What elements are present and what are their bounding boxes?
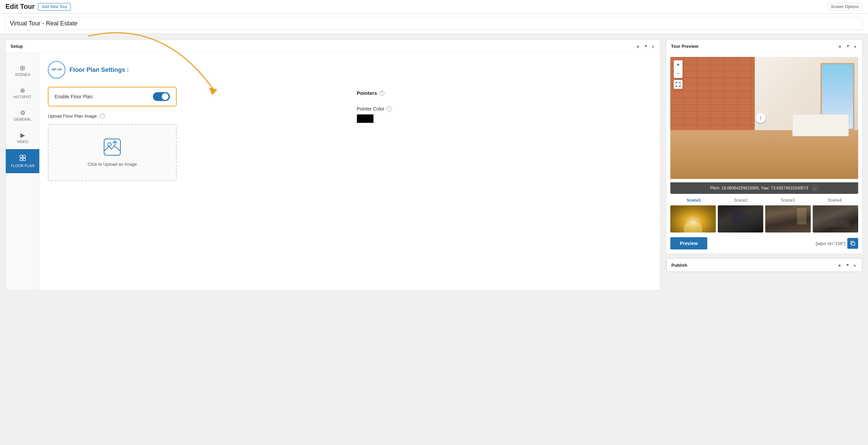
preview-collapse-up[interactable]: ▲ [836, 43, 843, 49]
setup-collapse-down[interactable]: ▼ [643, 43, 649, 49]
scene-thumb-1[interactable] [670, 205, 716, 232]
wpvr-logo-text: WP VR [52, 68, 61, 72]
sofa [792, 114, 849, 136]
shortcode-area: [wpvr id="156"] [816, 238, 858, 249]
add-new-button[interactable]: Add New Tour [38, 3, 71, 11]
general-icon: ⚙ [20, 110, 25, 116]
preview-collapse-toggle[interactable]: ▴ [853, 43, 857, 49]
publish-collapse-toggle[interactable]: ▴ [852, 262, 857, 268]
setup-panel: Setup ▲ ▼ ▴ ⊞ SCENES ⊕ HOTSPOT [5, 39, 660, 290]
svg-rect-0 [20, 155, 22, 158]
setup-panel-header: Setup ▲ ▼ ▴ [6, 40, 660, 53]
preview-panel-controls: ▲ ▼ ▴ [836, 43, 857, 49]
sidebar-item-video[interactable]: ▶ VIDEO [6, 127, 39, 149]
page-title: Edit Tour [5, 3, 35, 11]
fullscreen-button[interactable] [674, 80, 683, 89]
shortcode-text: [wpvr id="156"] [816, 241, 845, 246]
setup-body: ⊞ SCENES ⊕ HOTSPOT ⚙ GENERAL ▶ VIDEO [6, 53, 660, 290]
publish-collapse-up[interactable]: ▲ [836, 262, 843, 268]
nav-up-button[interactable]: ↑ [755, 113, 766, 123]
screen-options-button[interactable]: Screen Options [827, 3, 863, 11]
pointers-info-icon[interactable]: ? [379, 90, 384, 96]
scenes-header: Scene1 Scene2 Scene3 Scene4 [670, 198, 858, 203]
scene-thumbnails [670, 205, 858, 232]
pointer-color-label-text: Pointer Color [357, 106, 384, 112]
sidebar-item-scenes[interactable]: ⊞ SCENES [6, 60, 39, 82]
fp-left-col: Enable Floor Plan: Upload Floor Plan Ima… [48, 87, 343, 181]
svg-rect-5 [104, 139, 120, 155]
preview-image-container: ↑ + - [670, 57, 858, 179]
scene-tab-4[interactable]: Scene4 [811, 198, 859, 203]
sidebar-item-label-general: GENERAL [14, 117, 32, 121]
wpvr-logo: WP VR [48, 61, 65, 79]
sidebar-item-floorplan[interactable]: FLOOR PLAN [6, 149, 39, 173]
fp-enable-label: Enable Floor Plan: [55, 94, 94, 99]
fp-right-col: Pointers ? Pointer Color ? [357, 87, 652, 181]
scene-tab-1[interactable]: Scene1 [670, 198, 717, 203]
publish-panel-header: Publish ▲ ▼ ▴ [666, 258, 862, 272]
setup-collapse-up[interactable]: ▲ [634, 43, 641, 49]
room-panorama: ↑ [670, 57, 858, 179]
sidebar-item-hotspot[interactable]: ⊕ HOTSPOT [6, 82, 39, 104]
scene-tab-2[interactable]: Scene2 [717, 198, 765, 203]
zoom-controls: + - [674, 60, 683, 78]
svg-rect-3 [23, 158, 25, 161]
sidebar-item-label-scenes: SCENES [15, 73, 30, 77]
publish-panel-title: Publish [671, 263, 687, 268]
tour-title-bar [0, 14, 868, 34]
right-panel: Tour Preview ▲ ▼ ▴ [666, 39, 863, 433]
upload-info-icon[interactable]: ? [100, 113, 105, 119]
pointer-color-section: Pointer Color ? [357, 106, 652, 123]
pointer-color-label: Pointer Color ? [357, 106, 652, 112]
floorplan-icon [19, 155, 26, 162]
setup-panel-controls: ▲ ▼ ▴ [634, 43, 655, 49]
tour-preview-header: Tour Preview ▲ ▼ ▴ [666, 40, 862, 53]
fp-header: WP VR Floor Plan Settings : [48, 61, 652, 79]
header: Edit Tour Add New Tour Screen Options [0, 0, 868, 14]
pitch-yaw-download-button[interactable]: ↓ [811, 184, 818, 192]
preview-button[interactable]: Preview [670, 237, 707, 249]
fp-upload-label: Upload Floor Plan Image: ? [48, 113, 343, 119]
fp-content-layout: Enable Floor Plan: Upload Floor Plan Ima… [48, 87, 652, 181]
publish-panel: Publish ▲ ▼ ▴ [666, 258, 863, 272]
pitch-yaw-text: Pitch: 16.06064259015065, Yaw: 73.635746… [710, 186, 808, 190]
sidebar-item-label-floorplan: FLOOR PLAN [11, 164, 35, 168]
preview-collapse-down[interactable]: ▼ [845, 43, 851, 49]
svg-point-6 [108, 143, 111, 146]
shortcode-copy-button[interactable] [847, 238, 858, 249]
publish-collapse-down[interactable]: ▼ [844, 262, 851, 268]
toggle-slider [153, 92, 170, 101]
pointers-label-text: Pointers [357, 90, 377, 96]
upload-area[interactable]: Click to Upload an Image [48, 124, 177, 181]
upload-icon [103, 138, 121, 159]
scene-thumb-2[interactable] [718, 205, 763, 232]
setup-panel-title: Setup [11, 44, 23, 49]
scene-thumb-4[interactable] [813, 205, 858, 232]
fp-enable-toggle[interactable] [153, 92, 170, 101]
fp-enable-row: Enable Floor Plan: [48, 87, 177, 106]
sidebar-item-label-video: VIDEO [17, 140, 28, 144]
pointer-color-info-icon[interactable]: ? [387, 106, 392, 112]
floor [670, 130, 858, 179]
preview-footer: Preview [wpvr id="156"] [670, 237, 858, 249]
zoom-in-button[interactable]: + [674, 60, 683, 69]
pointer-color-swatch[interactable] [357, 114, 374, 123]
scene-tab-3[interactable]: Scene3 [764, 198, 811, 203]
scenes-icon: ⊞ [20, 65, 25, 71]
upload-label-text: Upload Floor Plan Image: [48, 114, 98, 119]
scene-thumb-3[interactable] [765, 205, 811, 232]
svg-rect-1 [23, 155, 25, 158]
main-layout: Setup ▲ ▼ ▴ ⊞ SCENES ⊕ HOTSPOT [0, 34, 868, 438]
zoom-out-button[interactable]: - [674, 69, 683, 78]
hotspot-icon: ⊕ [20, 87, 25, 94]
pointers-label: Pointers ? [357, 90, 652, 96]
svg-rect-2 [20, 158, 22, 161]
setup-collapse-toggle[interactable]: ▴ [651, 43, 655, 49]
scenes-strip: Scene1 Scene2 Scene3 Scene4 [670, 198, 858, 232]
tour-title-input[interactable] [5, 17, 863, 30]
sidebar-item-label-hotspot: HOTSPOT [14, 95, 32, 99]
left-panel: Setup ▲ ▼ ▴ ⊞ SCENES ⊕ HOTSPOT [5, 39, 660, 433]
pitch-yaw-bar: Pitch: 16.06064259015065, Yaw: 73.635746… [670, 182, 858, 194]
sidebar-item-general[interactable]: ⚙ GENERAL [6, 104, 39, 127]
tour-preview-title: Tour Preview [671, 44, 698, 49]
